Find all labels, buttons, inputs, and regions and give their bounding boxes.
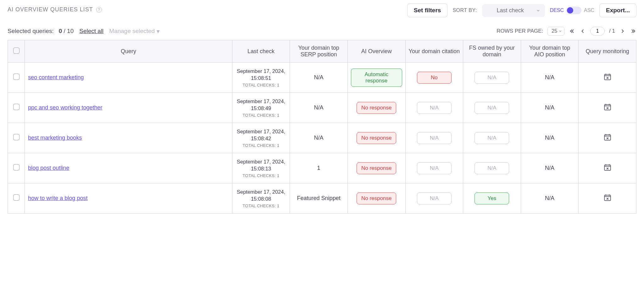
export-button[interactable]: Export... xyxy=(599,3,636,17)
serp-position: N/A xyxy=(314,74,324,81)
last-check-date: September 17, 2024, 15:08:51 xyxy=(236,68,287,82)
calendar-remove-icon[interactable] xyxy=(603,103,612,111)
query-link[interactable]: seo content marketing xyxy=(28,74,84,81)
rows-per-page-select[interactable]: 25 xyxy=(547,27,564,36)
total-checks: TOTAL CHECKS: 1 xyxy=(236,143,287,148)
table-row: seo content marketingSeptember 17, 2024,… xyxy=(8,63,636,93)
query-link[interactable]: ppc and seo working together xyxy=(28,104,102,111)
calendar-remove-icon[interactable] xyxy=(603,163,612,171)
chevron-down-icon: ▾ xyxy=(157,28,160,35)
help-icon[interactable]: ? xyxy=(96,7,102,13)
total-checks: TOTAL CHECKS: 1 xyxy=(236,83,287,87)
set-filters-button[interactable]: Set filters xyxy=(407,3,448,17)
total-checks: TOTAL CHECKS: 1 xyxy=(236,173,287,178)
column-header-last-check: Last check xyxy=(232,40,290,63)
table-row: ppc and seo working togetherSeptember 17… xyxy=(8,93,636,123)
table-row: how to write a blog postSeptember 17, 20… xyxy=(8,183,636,214)
page-title: AI OVERVIEW QUERIES LIST xyxy=(8,6,93,13)
citation-badge: N/A xyxy=(417,102,452,114)
select-all-link[interactable]: Select all xyxy=(79,28,103,35)
calendar-remove-icon[interactable] xyxy=(603,193,612,202)
aio-position: N/A xyxy=(545,135,554,141)
row-checkbox[interactable] xyxy=(13,194,19,201)
sort-asc-label: ASC xyxy=(584,8,594,13)
prev-page-icon[interactable] xyxy=(580,28,586,34)
column-header-fs: FS owned by your domain xyxy=(463,40,521,63)
column-header-citation: Your domain citation xyxy=(405,40,463,63)
manage-selected-dropdown[interactable]: Manage selected ▾ xyxy=(109,28,160,35)
column-header-aio-position: Your domain top AIO position xyxy=(521,40,579,63)
fs-badge: N/A xyxy=(475,102,509,114)
svg-rect-2 xyxy=(604,135,611,140)
row-checkbox[interactable] xyxy=(13,134,19,140)
serp-position: 1 xyxy=(317,165,320,171)
next-page-icon[interactable] xyxy=(619,28,626,34)
fs-badge: N/A xyxy=(475,162,509,174)
selected-count: 0 xyxy=(59,28,62,34)
row-checkbox[interactable] xyxy=(13,104,19,110)
last-check-date: September 17, 2024, 15:08:13 xyxy=(236,158,287,172)
ai-overview-badge: Automatic response xyxy=(351,69,402,87)
citation-badge: N/A xyxy=(417,192,452,204)
ai-overview-badge: No response xyxy=(357,162,396,174)
column-header-serp: Your domain top SERP position xyxy=(290,40,348,63)
ai-overview-badge: No response xyxy=(357,132,396,144)
serp-position: N/A xyxy=(314,135,324,141)
calendar-remove-icon[interactable] xyxy=(603,73,612,81)
sort-direction-toggle[interactable] xyxy=(566,7,581,14)
page-total: / 1 xyxy=(609,28,615,34)
sort-by-label: SORT BY: xyxy=(452,8,477,13)
svg-rect-0 xyxy=(604,74,611,80)
rows-per-page-label: ROWS PER PAGE: xyxy=(497,28,543,34)
last-check-date: September 17, 2024, 15:08:42 xyxy=(236,128,287,142)
selected-total: / 10 xyxy=(64,28,74,34)
ai-overview-badge: No response xyxy=(357,192,396,204)
aio-position: N/A xyxy=(545,104,554,111)
citation-badge: N/A xyxy=(417,132,452,144)
total-checks: TOTAL CHECKS: 1 xyxy=(236,113,287,118)
queries-table: Query Last check Your domain top SERP po… xyxy=(8,40,636,214)
query-link[interactable]: blog post outline xyxy=(28,165,69,171)
fs-badge: N/A xyxy=(475,72,509,84)
sort-by-select[interactable]: Last check xyxy=(482,4,545,17)
citation-badge: N/A xyxy=(417,162,452,174)
serp-position: N/A xyxy=(314,104,324,111)
svg-rect-4 xyxy=(604,195,611,200)
svg-rect-1 xyxy=(604,104,611,110)
fs-badge: Yes xyxy=(475,192,509,204)
total-checks: TOTAL CHECKS: 1 xyxy=(236,203,287,208)
citation-badge: No xyxy=(417,72,452,84)
last-check-date: September 17, 2024, 15:08:49 xyxy=(236,98,287,112)
table-row: best marketing booksSeptember 17, 2024, … xyxy=(8,123,636,153)
selected-label: Selected queries: xyxy=(8,28,54,34)
query-link[interactable]: how to write a blog post xyxy=(28,195,87,201)
sort-desc-label: DESC xyxy=(550,8,564,13)
aio-position: N/A xyxy=(545,195,554,201)
last-page-icon[interactable] xyxy=(630,28,636,34)
serp-position: Featured Snippet xyxy=(297,195,341,201)
aio-position: N/A xyxy=(545,165,554,171)
column-header-query: Query xyxy=(25,40,232,63)
query-link[interactable]: best marketing books xyxy=(28,135,82,141)
first-page-icon[interactable] xyxy=(569,28,575,34)
column-header-ai-overview: AI Overview xyxy=(347,40,405,63)
table-row: blog post outlineSeptember 17, 2024, 15:… xyxy=(8,153,636,183)
select-all-checkbox[interactable] xyxy=(13,47,19,54)
aio-position: N/A xyxy=(545,74,554,81)
calendar-remove-icon[interactable] xyxy=(603,133,612,141)
page-input[interactable] xyxy=(590,27,605,36)
svg-rect-3 xyxy=(604,165,611,170)
column-header-monitoring: Query monitoring xyxy=(579,40,636,63)
ai-overview-badge: No response xyxy=(357,102,396,114)
last-check-date: September 17, 2024, 15:08:08 xyxy=(236,188,287,203)
row-checkbox[interactable] xyxy=(13,74,19,80)
fs-badge: N/A xyxy=(475,132,509,144)
row-checkbox[interactable] xyxy=(13,164,19,170)
